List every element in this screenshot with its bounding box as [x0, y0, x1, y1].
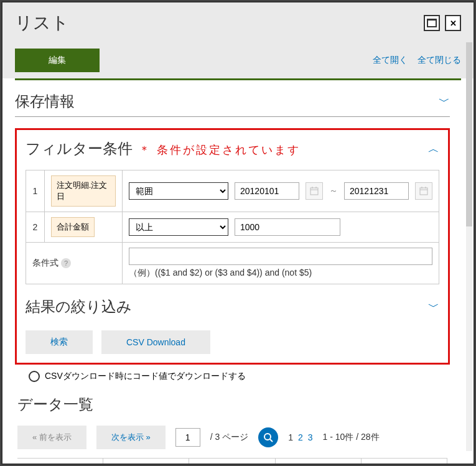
content: 保存情報 ﹀ フィルター条件 ＊ 条件が設定されています ︿ 1 注文明細.注文…: [15, 78, 461, 464]
collapse-all-link[interactable]: 全て閉じる: [418, 55, 461, 66]
next-page-button[interactable]: 次を表示 »: [96, 426, 166, 449]
filter-section: フィルター条件 ＊ 条件が設定されています ︿ 1 注文明細.注文日 範囲: [15, 128, 450, 365]
expression-label: 条件式 ?: [32, 258, 116, 269]
page-numbers: 1 2 3: [288, 432, 312, 442]
value-from-input[interactable]: [235, 182, 299, 200]
expression-input[interactable]: [129, 248, 432, 265]
scrollbar-thumb[interactable]: [466, 42, 472, 226]
data-table: [17, 458, 447, 464]
range-separator: ～: [329, 185, 338, 197]
edit-button[interactable]: 編集: [15, 49, 100, 72]
filter-table: 1 注文明細.注文日 範囲 ～: [26, 170, 439, 284]
dialog-window: リスト ✕ 編集 全て開く 全て閉じる 保存情報 ﹀ フィルター条件 ＊ 条件が…: [1, 1, 475, 465]
operator-select[interactable]: 以上: [129, 218, 228, 236]
page-link[interactable]: 2: [298, 432, 303, 442]
save-info-header[interactable]: 保存情報 ﹀: [15, 91, 450, 116]
csv-download-button[interactable]: CSV Download: [101, 330, 210, 354]
range-info: 1 - 10件 / 28件: [323, 432, 380, 443]
chevron-down-icon: ﹀: [439, 94, 450, 109]
pager: « 前を表示 次を表示 » / 3 ページ 1 2 3 1 - 10件 / 28…: [17, 426, 447, 449]
value-input[interactable]: [235, 218, 340, 236]
page-total: / 3 ページ: [210, 432, 248, 443]
filter-header[interactable]: フィルター条件 ＊ 条件が設定されています ︿: [26, 139, 439, 159]
refine-header[interactable]: 結果の絞り込み ﹀: [26, 297, 439, 322]
expression-row: 条件式 ? （例）(($1 and $2) or ($3 and $4)) an…: [26, 243, 439, 284]
expression-example: （例）(($1 and $2) or ($3 and $4)) and (not…: [129, 268, 432, 279]
maximize-icon[interactable]: [424, 15, 440, 31]
data-list-title: データ一覧: [17, 394, 447, 414]
window-controls: ✕: [424, 15, 461, 31]
svg-point-8: [264, 434, 271, 440]
search-button[interactable]: 検索: [26, 330, 93, 354]
csv-option-row[interactable]: CSVダウンロード時にコード値でダウンロードする: [29, 371, 436, 382]
calendar-icon[interactable]: [306, 182, 323, 200]
value-to-input[interactable]: [344, 182, 409, 200]
refine-title: 結果の絞り込み: [26, 297, 132, 317]
filter-row: 1 注文明細.注文日 範囲 ～: [26, 170, 439, 212]
page-input[interactable]: [175, 428, 200, 447]
filter-row: 2 合計金額 以上: [26, 212, 439, 243]
operator-select[interactable]: 範囲: [129, 182, 228, 200]
row-number: 1: [26, 170, 45, 212]
search-icon[interactable]: [258, 427, 278, 447]
scrollbar[interactable]: [466, 42, 472, 451]
help-icon[interactable]: ?: [61, 258, 71, 268]
toolbar: 編集 全て開く 全て閉じる: [2, 44, 474, 78]
svg-rect-4: [420, 188, 427, 195]
close-icon[interactable]: ✕: [445, 15, 461, 31]
filter-notice: ＊ 条件が設定されています: [139, 142, 301, 157]
radio-icon[interactable]: [29, 371, 40, 382]
chevron-up-icon: ︿: [428, 141, 439, 156]
toolbar-links: 全て開く 全て閉じる: [373, 55, 461, 66]
row-number: 2: [26, 212, 45, 243]
svg-line-9: [270, 439, 273, 442]
page-link[interactable]: 3: [308, 432, 313, 442]
window-title: リスト: [15, 11, 69, 35]
page-link[interactable]: 1: [288, 432, 293, 442]
divider: [15, 116, 450, 117]
prev-page-button[interactable]: « 前を表示: [17, 426, 86, 449]
data-list-section: データ一覧 « 前を表示 次を表示 » / 3 ページ 1 2 3 1 - 10…: [15, 394, 450, 464]
calendar-icon[interactable]: [415, 182, 432, 200]
window-header: リスト ✕: [2, 2, 474, 44]
expand-all-link[interactable]: 全て開く: [373, 55, 408, 66]
csv-option-label: CSVダウンロード時にコード値でダウンロードする: [45, 371, 246, 382]
field-chip[interactable]: 注文明細.注文日: [51, 175, 116, 207]
filter-title: フィルター条件: [26, 139, 133, 159]
action-row: 検索 CSV Download: [26, 330, 439, 354]
save-info-title: 保存情報: [15, 91, 75, 111]
chevron-down-icon: ﹀: [428, 299, 439, 314]
svg-rect-0: [310, 188, 318, 195]
field-chip[interactable]: 合計金額: [51, 217, 95, 237]
